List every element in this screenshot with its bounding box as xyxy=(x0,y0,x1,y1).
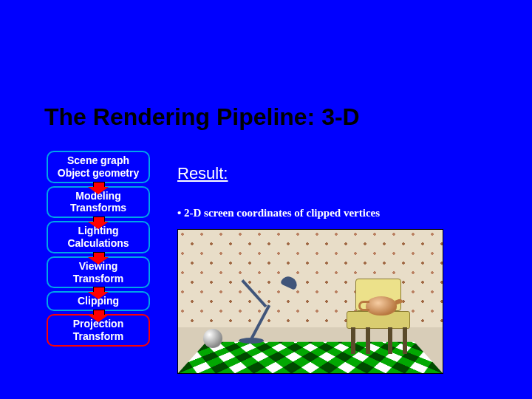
result-bullet: • 2-D screen coordinates of clipped vert… xyxy=(177,207,380,219)
stage-line: Object geometry xyxy=(52,167,144,180)
chair-icon xyxy=(345,279,413,352)
stage-line: Transform xyxy=(52,330,144,343)
stage-line: Scene graph xyxy=(52,154,144,167)
stage-line: Transform xyxy=(52,273,144,285)
teapot-icon xyxy=(366,296,397,316)
stage-line: Calculations xyxy=(52,237,144,250)
slide-title: The Rendering Pipeline: 3-D xyxy=(44,103,360,131)
stage-line: Transforms xyxy=(52,202,144,214)
result-heading: Result: xyxy=(177,164,228,183)
stage-scene-graph: Scene graph Object geometry xyxy=(47,151,150,183)
render-illustration xyxy=(177,229,443,374)
pipeline-column: Scene graph Object geometry Modeling Tra… xyxy=(43,151,154,347)
sphere-icon xyxy=(203,329,222,348)
